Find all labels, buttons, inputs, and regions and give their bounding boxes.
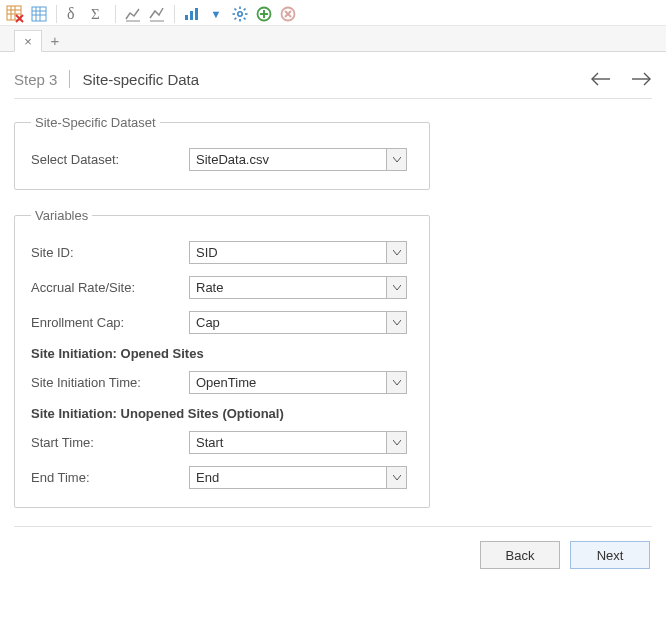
wizard-page: Step 3 Site-specific Data Site-Specific … [0,52,666,569]
step-separator [69,70,70,88]
svg-line-25 [244,17,246,19]
sigma-icon[interactable]: Σ [89,5,107,23]
back-button[interactable]: Back [480,541,560,569]
heading-unopened-sites: Site Initiation: Unopened Sites (Optiona… [31,406,413,421]
svg-line-27 [235,17,237,19]
svg-line-24 [235,8,237,10]
group-dataset-legend: Site-Specific Dataset [31,115,160,130]
tabstrip: × + [0,26,666,52]
combo-accrual-rate-value: Rate [190,280,386,295]
tab-add[interactable]: + [42,29,68,51]
toolbar-separator [115,5,116,23]
footer-divider [14,526,652,527]
label-site-id: Site ID: [31,245,189,260]
chevron-down-icon[interactable] [386,312,406,333]
svg-rect-17 [190,11,193,20]
combo-site-id[interactable]: SID [189,241,407,264]
combo-end-time-value: End [190,470,386,485]
step-title: Site-specific Data [82,71,199,88]
svg-text:δ: δ [67,6,75,22]
header-divider [14,98,652,99]
chevron-down-icon[interactable] [386,149,406,170]
combo-select-dataset[interactable]: SiteData.csv [189,148,407,171]
combo-start-time[interactable]: Start [189,431,407,454]
svg-line-26 [244,8,246,10]
nav-next-arrow-icon[interactable] [630,70,652,88]
svg-rect-7 [32,7,46,21]
step-number: Step 3 [14,71,57,88]
group-dataset: Site-Specific Dataset Select Dataset: Si… [14,115,430,190]
combo-enrollment-cap-value: Cap [190,315,386,330]
chevron-down-icon[interactable] [386,242,406,263]
delete-icon[interactable] [279,5,297,23]
combo-select-dataset-value: SiteData.csv [190,152,386,167]
toolbar-separator [174,5,175,23]
nav-prev-arrow-icon[interactable] [590,70,612,88]
label-select-dataset: Select Dataset: [31,152,189,167]
grid-delete-icon[interactable] [6,5,24,23]
next-button[interactable]: Next [570,541,650,569]
svg-rect-16 [185,15,188,20]
combo-accrual-rate[interactable]: Rate [189,276,407,299]
combo-site-init-time[interactable]: OpenTime [189,371,407,394]
chevron-down-icon[interactable] [386,372,406,393]
chevron-down-icon[interactable] [386,432,406,453]
combo-site-init-time-value: OpenTime [190,375,386,390]
label-accrual-rate: Accrual Rate/Site: [31,280,189,295]
label-enrollment-cap: Enrollment Cap: [31,315,189,330]
combo-enrollment-cap[interactable]: Cap [189,311,407,334]
footer: Back Next [14,541,652,569]
heading-opened-sites: Site Initiation: Opened Sites [31,346,413,361]
svg-rect-18 [195,8,198,20]
add-icon[interactable] [255,5,273,23]
toolbar: δ Σ ▼ [0,0,666,26]
chevron-down-icon[interactable] [386,277,406,298]
chart-bar-icon[interactable] [183,5,201,23]
chart-line1-icon[interactable] [124,5,142,23]
grid-icon[interactable] [30,5,48,23]
svg-text:Σ: Σ [91,6,100,22]
group-variables-legend: Variables [31,208,92,223]
label-end-time: End Time: [31,470,189,485]
chevron-down-icon[interactable] [386,467,406,488]
svg-point-19 [238,11,242,15]
group-variables: Variables Site ID: SID Accrual Rate/Site… [14,208,430,508]
plus-icon: + [51,32,60,49]
step-header: Step 3 Site-specific Data [14,66,652,98]
combo-site-id-value: SID [190,245,386,260]
chart-line2-icon[interactable] [148,5,166,23]
combo-end-time[interactable]: End [189,466,407,489]
delta-icon[interactable]: δ [65,5,83,23]
combo-start-time-value: Start [190,435,386,450]
label-start-time: Start Time: [31,435,189,450]
toolbar-separator [56,5,57,23]
label-site-init-time: Site Initiation Time: [31,375,189,390]
dropdown-caret-icon[interactable]: ▼ [207,5,225,23]
tab-active[interactable]: × [14,30,42,52]
close-icon[interactable]: × [24,34,32,49]
gear-icon[interactable] [231,5,249,23]
